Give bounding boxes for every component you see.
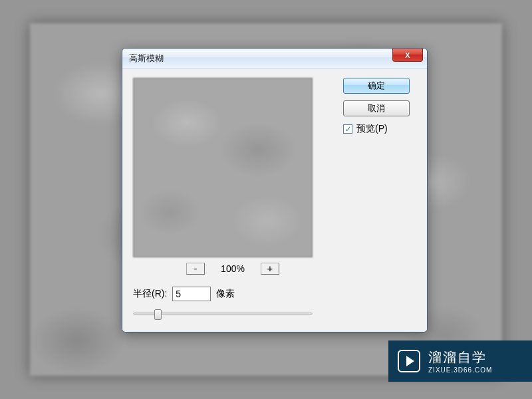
radius-unit: 像素 bbox=[216, 288, 235, 300]
watermark-badge: 溜溜自学 ZIXUE.3D66.COM bbox=[388, 340, 532, 382]
button-column: 确定 取消 ✓ 预览(P) bbox=[343, 78, 416, 320]
preview-image[interactable] bbox=[133, 78, 313, 257]
play-icon bbox=[398, 350, 420, 372]
gaussian-blur-dialog: 高斯模糊 X - 100% + 半径(R): 像素 确定 取消 bbox=[122, 48, 428, 332]
watermark-title: 溜溜自学 bbox=[428, 348, 492, 366]
close-icon: X bbox=[405, 51, 410, 59]
slider-thumb[interactable] bbox=[154, 309, 162, 320]
dialog-body: - 100% + 半径(R): 像素 确定 取消 ✓ 预览(P) bbox=[122, 68, 427, 332]
dialog-titlebar[interactable]: 高斯模糊 X bbox=[122, 49, 427, 68]
radius-input[interactable] bbox=[172, 287, 211, 301]
watermark-text: 溜溜自学 ZIXUE.3D66.COM bbox=[428, 348, 492, 374]
dialog-title: 高斯模糊 bbox=[129, 53, 164, 65]
close-button[interactable]: X bbox=[392, 49, 423, 62]
cancel-button[interactable]: 取消 bbox=[343, 100, 410, 116]
check-icon: ✓ bbox=[345, 125, 351, 134]
zoom-out-button[interactable]: - bbox=[186, 263, 205, 275]
ok-label: 确定 bbox=[368, 80, 385, 92]
minus-icon: - bbox=[193, 264, 198, 273]
radius-row: 半径(R): 像素 bbox=[133, 287, 332, 301]
zoom-value: 100% bbox=[217, 263, 249, 274]
ok-button[interactable]: 确定 bbox=[343, 78, 410, 94]
preview-label: 预览(P) bbox=[356, 123, 388, 135]
preview-checkbox-row: ✓ 预览(P) bbox=[343, 123, 416, 135]
preview-column: - 100% + 半径(R): 像素 bbox=[133, 78, 332, 320]
radius-slider[interactable] bbox=[133, 308, 313, 320]
zoom-in-button[interactable]: + bbox=[261, 263, 279, 275]
plus-icon: + bbox=[267, 264, 273, 273]
radius-label: 半径(R): bbox=[133, 288, 167, 300]
zoom-controls: - 100% + bbox=[133, 263, 332, 275]
preview-checkbox[interactable]: ✓ bbox=[343, 124, 352, 134]
watermark-sub: ZIXUE.3D66.COM bbox=[428, 366, 492, 374]
cancel-label: 取消 bbox=[368, 102, 385, 114]
